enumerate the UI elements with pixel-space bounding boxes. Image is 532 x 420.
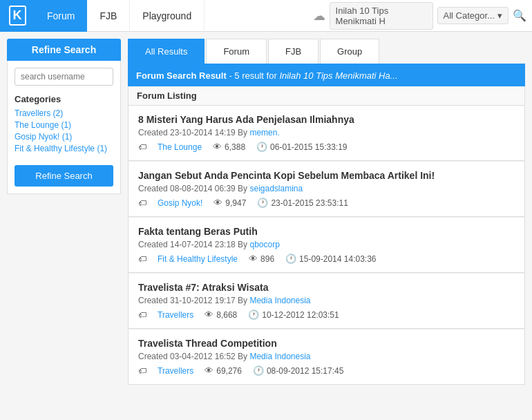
forum-item-title-4[interactable]: Travelista #7: Atraksi Wisata (138, 282, 515, 293)
tab-forum[interactable]: Forum (206, 39, 267, 64)
search-icon[interactable]: 🔍 (513, 9, 526, 22)
forum-item-tags-5: 🏷 Travellers 👁 69,276 🕐 08-09-2012 15:17… (138, 365, 515, 376)
forum-item-3: Fakta tentang Beras Putih Created 14-07-… (128, 217, 525, 273)
views-1: 👁 6,388 (213, 142, 245, 152)
forum-item-tags-2: 🏷 Gosip Nyok! 👁 9,947 🕐 23-01-2015 23:53… (138, 198, 515, 208)
date-value-3: 15-09-2014 14:03:36 (299, 254, 376, 264)
nav-search-box[interactable]: Inilah 10 Tips Menikmati H (330, 2, 433, 30)
category-gosip[interactable]: Gosip Nyok! (1) (15, 132, 113, 142)
date-4: 🕐 10-12-2012 12:03:51 (248, 309, 339, 320)
eye-icon-5: 👁 (205, 365, 213, 376)
tag-travellers-4[interactable]: Travellers (158, 310, 193, 320)
logo[interactable]: K (0, 0, 35, 32)
clock-icon-5: 🕐 (253, 365, 264, 376)
category-lounge[interactable]: The Lounge (1) (15, 120, 113, 130)
created-text-1: Created 23-10-2014 14:19 By (138, 128, 247, 137)
category-travellers[interactable]: Travellers (2) (15, 108, 113, 118)
views-count-1: 6,388 (225, 142, 245, 152)
created-text-4: Created 31-10-2012 19:17 By (138, 296, 247, 305)
top-navigation: K Forum FJB Playground ☁ Inilah 10 Tips … (0, 0, 532, 32)
nav-category-dropdown[interactable]: All Categor... ▾ (437, 7, 509, 24)
clock-icon-4: 🕐 (248, 309, 259, 320)
nav-item-forum[interactable]: Forum (35, 0, 87, 32)
refine-search-button[interactable]: Refine Search (15, 165, 113, 187)
sidebar: Refine Search Categories Travellers (2) … (7, 39, 121, 385)
nav-item-fjb[interactable]: FJB (87, 0, 130, 32)
nav-item-playground[interactable]: Playground (130, 0, 205, 32)
author-link-1[interactable]: memen. (249, 128, 279, 137)
result-header: Forum Search Result - 5 result for Inila… (128, 65, 525, 86)
author-link-4[interactable]: Media Indonesia (249, 296, 310, 305)
forum-item-title-1[interactable]: 8 Misteri Yang Harus Ada Penjelasan Ilmi… (138, 114, 515, 125)
tag-icon-3: 🏷 (138, 254, 146, 264)
forum-item-4: Travelista #7: Atraksi Wisata Created 31… (128, 273, 525, 329)
result-header-title: Forum Search Result (136, 70, 227, 81)
tab-group[interactable]: Group (320, 39, 379, 64)
views-count-3: 896 (260, 254, 274, 264)
author-link-3[interactable]: qbocorp (249, 240, 279, 249)
forum-item-2: Jangan Sebut Anda Pencinta Kopi Sebelum … (128, 161, 525, 217)
author-link-5[interactable]: Media Indonesia (249, 352, 310, 361)
views-count-2: 9,947 (225, 198, 246, 208)
logo-icon: K (9, 6, 26, 26)
forum-item-meta-4: Created 31-10-2012 19:17 By Media Indone… (138, 296, 515, 305)
result-count: 5 result for (234, 70, 276, 81)
tag-icon-1: 🏷 (138, 142, 146, 152)
author-link-2[interactable]: seigadslamina (249, 184, 303, 193)
tag-lounge-1[interactable]: The Lounge (158, 142, 202, 152)
forum-item-title-3[interactable]: Fakta tentang Beras Putih (138, 226, 515, 237)
date-value-5: 08-09-2012 15:17:45 (267, 366, 343, 376)
forum-item-title-2[interactable]: Jangan Sebut Anda Pencinta Kopi Sebelum … (138, 170, 515, 181)
date-1: 🕐 06-01-2015 15:33:19 (256, 142, 347, 152)
views-count-5: 69,276 (216, 366, 242, 376)
sidebar-body: Categories Travellers (2) The Lounge (1)… (7, 61, 121, 194)
forum-item-1: 8 Misteri Yang Harus Ada Penjelasan Ilmi… (128, 106, 525, 161)
views-3: 👁 896 (249, 254, 274, 264)
result-query-text: Inilah 10 Tips Menikmati Ha... (279, 70, 397, 81)
clock-icon-2: 🕐 (257, 198, 268, 208)
created-text-3: Created 14-07-2014 23:18 By (138, 240, 247, 249)
created-text-5: Created 03-04-2012 16:52 By (138, 352, 247, 361)
tag-healthy-3[interactable]: Fit & Healthy Lifestyle (158, 254, 238, 264)
views-4: 👁 8,668 (205, 309, 237, 320)
views-count-4: 8,668 (216, 310, 237, 320)
clock-icon-1: 🕐 (256, 142, 267, 152)
tag-icon-5: 🏷 (138, 366, 146, 376)
forum-item-meta-2: Created 08-08-2014 06:39 By seigadslamin… (138, 184, 515, 193)
tag-icon-4: 🏷 (138, 310, 146, 320)
tab-fjb[interactable]: FJB (268, 39, 319, 64)
forum-item-tags-1: 🏷 The Lounge 👁 6,388 🕐 06-01-2015 15:33:… (138, 142, 515, 152)
search-username-input[interactable] (15, 68, 113, 86)
tab-all-results[interactable]: All Results (128, 39, 205, 64)
date-value-2: 23-01-2015 23:53:11 (271, 198, 348, 208)
cloud-icon: ☁ (313, 8, 325, 23)
created-text-2: Created 08-08-2014 06:39 By (138, 184, 247, 193)
date-2: 🕐 23-01-2015 23:53:11 (257, 198, 348, 208)
date-value-1: 06-01-2015 15:33:19 (270, 142, 347, 152)
forum-item-5: Travelista Thread Competition Created 03… (128, 329, 525, 385)
nav-category-label: All Categor... (444, 10, 495, 21)
category-healthy-lifestyle[interactable]: Fit & Healthy Lifestyle (1) (15, 144, 113, 153)
chevron-down-icon: ▾ (497, 10, 502, 21)
clock-icon-3: 🕐 (285, 254, 296, 264)
forum-item-tags-3: 🏷 Fit & Healthy Lifestyle 👁 896 🕐 15-09-… (138, 254, 515, 264)
tab-bar: All Results Forum FJB Group (128, 39, 525, 65)
eye-icon-4: 👁 (205, 309, 213, 320)
eye-icon-3: 👁 (249, 254, 258, 264)
tag-gosip-2[interactable]: Gosip Nyok! (158, 198, 202, 208)
tag-travellers-5[interactable]: Travellers (158, 366, 193, 376)
content-area: All Results Forum FJB Group Forum Search… (128, 39, 525, 385)
forum-item-title-5[interactable]: Travelista Thread Competition (138, 338, 515, 349)
refine-search-title: Refine Search (7, 39, 121, 61)
date-3: 🕐 15-09-2014 14:03:36 (285, 254, 376, 264)
views-2: 👁 9,947 (213, 198, 246, 208)
forum-item-meta-1: Created 23-10-2014 14:19 By memen. (138, 128, 515, 137)
forum-item-tags-4: 🏷 Travellers 👁 8,668 🕐 10-12-2012 12:03:… (138, 309, 515, 320)
main-content: Refine Search Categories Travellers (2) … (0, 32, 532, 392)
eye-icon-2: 👁 (213, 198, 222, 208)
forum-item-meta-5: Created 03-04-2012 16:52 By Media Indone… (138, 352, 515, 361)
forum-listing-label: Forum Listing (128, 86, 525, 106)
date-5: 🕐 08-09-2012 15:17:45 (253, 365, 343, 376)
nav-search-area: ☁ Inilah 10 Tips Menikmati H All Categor… (307, 2, 532, 30)
categories-label: Categories (15, 94, 113, 104)
